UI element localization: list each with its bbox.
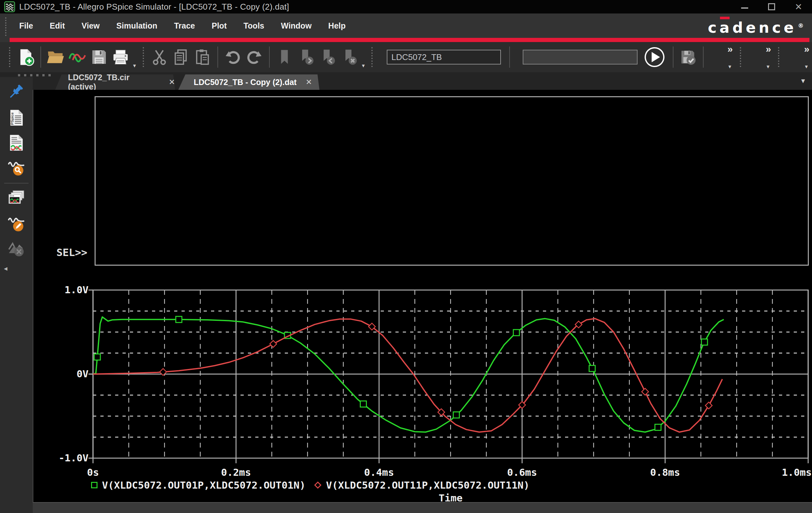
- waveform-file-icon[interactable]: [67, 47, 87, 68]
- tab-close-icon[interactable]: ✕: [169, 78, 175, 87]
- y-tick-label: 1.0V: [40, 284, 88, 295]
- waveform-plot[interactable]: [93, 290, 808, 458]
- minimize-button[interactable]: [731, 0, 758, 13]
- menu-item[interactable]: Simulation: [108, 21, 166, 30]
- menu-item[interactable]: Trace: [166, 21, 203, 30]
- tabbar-grip[interactable]: [18, 74, 51, 76]
- bookmark-icon[interactable]: [274, 47, 294, 68]
- pin-icon[interactable]: [7, 83, 26, 102]
- legend-label: V(XLDC5072.OUT11P,XLDC5072.OUT11N): [326, 479, 530, 491]
- menu-item[interactable]: Window: [272, 21, 320, 30]
- menu-item[interactable]: File: [11, 21, 41, 30]
- bookmark-prev-icon[interactable]: [318, 47, 338, 68]
- collapse-arrow-icon[interactable]: ◂: [4, 264, 7, 273]
- print-icon[interactable]: [111, 47, 130, 68]
- play-icon: [651, 52, 660, 62]
- bookmark-next-icon[interactable]: [296, 47, 316, 68]
- overflow-chevron-icon[interactable]: »: [804, 44, 809, 55]
- x-tick-label: 0s: [87, 466, 99, 478]
- overflow-dropdown-icon[interactable]: ▼: [727, 64, 732, 69]
- close-button[interactable]: ✕: [785, 0, 812, 13]
- new-circuit-icon[interactable]: [16, 47, 36, 68]
- toolbar: ▼: [0, 42, 812, 72]
- bookmark-dropdown-icon[interactable]: ▼: [361, 63, 366, 68]
- menu-item[interactable]: Edit: [41, 21, 73, 30]
- tab-list-dropdown-icon[interactable]: ▼: [800, 77, 806, 85]
- sidebar-separator: [4, 183, 29, 183]
- left-sidebar: PSpice: [0, 77, 33, 513]
- square-marker-icon: [91, 482, 97, 488]
- toolbar-grip[interactable]: [740, 47, 741, 67]
- tab-close-icon[interactable]: ✕: [306, 78, 312, 87]
- menu-items: FileEditViewSimulationTracePlotToolsWind…: [11, 13, 354, 38]
- app-waveform-icon: [4, 1, 15, 12]
- title-bar: LDC5072_TB - Allegro PSpice Simulator - …: [0, 0, 812, 13]
- document-waveform-icon[interactable]: [7, 133, 26, 152]
- menu-item[interactable]: Plot: [203, 21, 235, 30]
- copy-icon[interactable]: [171, 47, 191, 68]
- toolbar-grip[interactable]: [143, 47, 144, 67]
- save-icon[interactable]: [89, 47, 109, 68]
- x-tick-label: 0.8ms: [650, 466, 680, 478]
- top-plot-panel[interactable]: [95, 96, 809, 266]
- cut-icon[interactable]: [149, 47, 169, 68]
- waveform-edit-icon[interactable]: [7, 214, 26, 233]
- windows-stack-icon[interactable]: [7, 189, 26, 208]
- menu-item[interactable]: Help: [320, 21, 354, 30]
- paste-icon[interactable]: [193, 47, 213, 68]
- run-simulation-button[interactable]: [645, 47, 665, 67]
- trace-combobox[interactable]: [523, 50, 638, 64]
- bookmark-delete-icon[interactable]: [340, 47, 359, 68]
- toolbar-overflow-group: » ▼: [707, 44, 735, 70]
- application-window: LDC5072_TB - Allegro PSpice Simulator - …: [0, 0, 812, 513]
- toolbar-separator: [269, 47, 270, 68]
- tab-label: LDC5072_TB - Copy (2).dat: [194, 78, 297, 87]
- toolbar-separator: [509, 47, 510, 68]
- simulation-profile-input[interactable]: [387, 50, 501, 64]
- print-dropdown-icon[interactable]: ▼: [132, 63, 137, 68]
- tab-dat-file[interactable]: LDC5072_TB - Copy (2).dat ✕: [178, 75, 319, 90]
- cadence-macron: [720, 17, 730, 19]
- legend-item[interactable]: V(XLDC5072.OUT01P,XLDC5072.OUT01N): [91, 479, 306, 491]
- svg-text:PSpice: PSpice: [10, 112, 14, 125]
- overflow-dropdown-icon[interactable]: ▼: [804, 64, 809, 69]
- menu-item[interactable]: Tools: [235, 21, 272, 30]
- toolbar-overflow-group: » ▼: [784, 44, 812, 70]
- legend-label: V(XLDC5072.OUT01P,XLDC5072.OUT01N): [102, 479, 306, 491]
- x-tick-label: 0.2ms: [221, 466, 251, 478]
- maximize-button[interactable]: [758, 0, 785, 13]
- selected-plot-label: SEL>>: [56, 247, 87, 259]
- save-check-icon[interactable]: [678, 47, 698, 68]
- toolbar-separator: [673, 47, 673, 68]
- redo-icon[interactable]: [244, 47, 264, 68]
- legend-item[interactable]: V(XLDC5072.OUT11P,XLDC5072.OUT11N): [314, 479, 530, 491]
- waveform-search-icon[interactable]: [7, 158, 26, 177]
- toolbar-separator: [703, 47, 704, 68]
- waveform-tools-icon[interactable]: [7, 239, 26, 258]
- tab-circuit-file[interactable]: LDC5072_TB.cir (active) ✕: [55, 75, 175, 90]
- tab-label: LDC5072_TB.cir (active): [68, 73, 160, 91]
- y-tick-label: 0V: [40, 368, 88, 379]
- menu-item[interactable]: View: [73, 21, 108, 30]
- status-strip: [33, 502, 812, 513]
- toolbar-grip[interactable]: [9, 47, 10, 67]
- open-folder-icon[interactable]: [46, 47, 66, 68]
- toolbar-grip[interactable]: [371, 47, 373, 67]
- trace-legend: V(XLDC5072.OUT01P,XLDC5072.OUT01N)V(XLDC…: [91, 479, 538, 491]
- window-title: LDC5072_TB - Allegro PSpice Simulator - …: [19, 2, 289, 12]
- pspice-document-icon[interactable]: PSpice: [7, 108, 26, 127]
- x-tick-label: 0.6ms: [507, 466, 537, 478]
- x-tick-label: 0.4ms: [364, 466, 394, 478]
- cadence-logo: cadence®: [708, 16, 804, 37]
- y-tick-label: -1.0V: [40, 452, 88, 464]
- overflow-dropdown-icon[interactable]: ▼: [766, 64, 771, 69]
- tab-bar: LDC5072_TB.cir (active) ✕ LDC5072_TB - C…: [0, 72, 812, 90]
- brand-red-line: [10, 38, 809, 42]
- overflow-chevron-icon[interactable]: »: [766, 44, 771, 55]
- toolbar-separator: [40, 47, 41, 68]
- toolbar-overflow-group: » ▼: [746, 44, 774, 70]
- menubar-grip[interactable]: [5, 17, 6, 36]
- undo-icon[interactable]: [223, 47, 243, 68]
- overflow-chevron-icon[interactable]: »: [727, 44, 733, 55]
- toolbar-grip[interactable]: [778, 47, 779, 67]
